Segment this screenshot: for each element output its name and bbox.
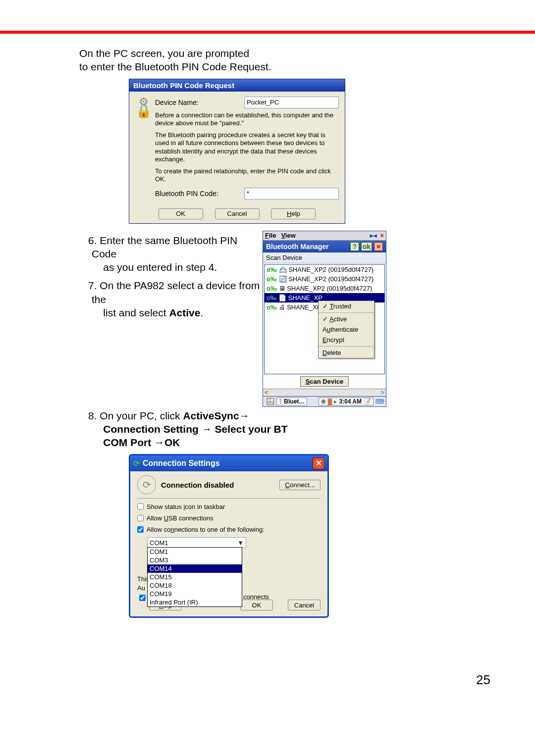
- step8: 8. On your PC, click ActiveSync→ Connect…: [79, 409, 505, 450]
- clock: 3:04 AM: [339, 398, 362, 405]
- com-option[interactable]: Infrared Port (IR): [148, 598, 242, 606]
- tray-icon: ⊕: [321, 398, 326, 405]
- bt-ok-button[interactable]: ok: [361, 242, 372, 251]
- behind-text-au: Au: [137, 584, 145, 592]
- list-item[interactable]: o‰ 📇 SHANE_XP2 (00195d0f4727): [265, 265, 384, 274]
- allow-usb-checkbox[interactable]: [137, 515, 144, 521]
- bluetooth-manager-window: File View ▸◂ × Bluetooth Manager ? ok ×: [263, 231, 386, 407]
- com-option-highlighted[interactable]: COM14: [148, 564, 242, 573]
- tray-arrow-icon: ▸: [334, 398, 337, 405]
- ctx-delete[interactable]: Delete: [319, 348, 374, 358]
- page-number: 25: [79, 672, 505, 688]
- bt-close-button[interactable]: ×: [374, 242, 383, 251]
- step7: 7. On the PA982 select a device from the…: [79, 279, 260, 319]
- bt-help-button[interactable]: ?: [350, 242, 359, 251]
- conn-cancel-button[interactable]: Cancel: [288, 600, 321, 610]
- com-option[interactable]: COM3: [148, 556, 242, 564]
- com-port-select[interactable]: COM1▼: [147, 537, 246, 548]
- connection-settings-title-bar: ⟳ Connection Settings ✕: [130, 455, 327, 471]
- pin-para-2: The Bluetooth pairing procedure creates …: [155, 131, 339, 163]
- connection-status-text: Connection disabled: [161, 481, 234, 489]
- scan-device-button[interactable]: Scan Device: [300, 376, 349, 387]
- connection-settings-dialog: ⟳ Connection Settings ✕ ⟳ Connection dis…: [129, 454, 329, 618]
- allow-usb-label: Allow USB connections: [147, 514, 213, 522]
- page-content: On the PC screen, you are prompted to en…: [0, 34, 535, 703]
- open-activesync-checkbox[interactable]: [139, 595, 146, 601]
- pin-help-button[interactable]: Help: [271, 208, 316, 219]
- ctx-active[interactable]: Active: [319, 314, 374, 324]
- conn-ok-button[interactable]: OK: [240, 600, 273, 610]
- allow-following-label: Allow connections to one of the followin…: [147, 526, 265, 533]
- list-item[interactable]: o‰ 🖥 SHANE_XP2 (00195d0f4727): [265, 284, 384, 293]
- bt-context-menu: Trusted Active Authenticate Encrypt Dele…: [318, 301, 374, 358]
- sync-status-icon: ⟳: [137, 475, 156, 494]
- pin-para-1: Before a connection can be established, …: [155, 111, 339, 128]
- com-port-dropdown-list: COM1 COM3 COM14 COM15 COM18 COM19 Infrar…: [147, 547, 242, 607]
- bt-menu-bar: File View ▸◂ ×: [263, 231, 386, 241]
- bt-menu-view[interactable]: View: [281, 232, 295, 239]
- intro-line1: On the PC screen, you are prompted: [79, 48, 249, 59]
- com-option[interactable]: COM15: [148, 573, 242, 581]
- network-icon: ▸◂: [370, 232, 377, 239]
- com-option[interactable]: COM19: [148, 590, 242, 598]
- sip-icon[interactable]: ⌨: [375, 398, 384, 405]
- com-option[interactable]: COM18: [148, 581, 242, 590]
- ctx-authenticate[interactable]: Authenticate: [319, 324, 374, 335]
- device-name-label: Device Name:: [155, 99, 244, 106]
- bt-subheader: Scan Device: [263, 252, 386, 263]
- activesync-icon: ⟳: [133, 459, 140, 468]
- bt-title-bar: Bluetooth Manager ? ok ×: [263, 241, 386, 252]
- pin-code-label: Bluetooth PIN Code:: [155, 190, 244, 198]
- behind-text-connects: connects: [243, 593, 269, 601]
- behind-checkbox: [137, 593, 147, 603]
- window-close-icon[interactable]: ×: [380, 232, 384, 239]
- list-item[interactable]: o‰ 🔄 SHANE_XP2 (00195d0f4727): [265, 274, 384, 284]
- taskbar-bluet-button[interactable]: ᛒ Bluet…: [276, 398, 307, 405]
- allow-following-checkbox[interactable]: [137, 526, 144, 533]
- bt-device-list[interactable]: o‰ 📇 SHANE_XP2 (00195d0f4727) o‰ 🔄 SHANE…: [264, 264, 385, 374]
- intro-text: On the PC screen, you are prompted to en…: [79, 47, 505, 74]
- bt-horizontal-scrollbar[interactable]: <>: [263, 389, 386, 396]
- intro-line2: to enter the Bluetooth PIN Code Request.: [79, 61, 271, 72]
- pin-para-3: To create the paired relationship, enter…: [155, 167, 339, 184]
- step6: 6. Enter the same Bluetooth PIN Code as …: [79, 234, 260, 274]
- device-name-field[interactable]: [244, 97, 339, 108]
- com-option[interactable]: COM1: [148, 548, 242, 556]
- ctx-trusted[interactable]: Trusted: [319, 301, 374, 311]
- pin-cancel-button[interactable]: Cancel: [215, 208, 260, 219]
- ctx-encrypt[interactable]: Encrypt: [319, 335, 374, 345]
- connection-close-button[interactable]: ✕: [313, 457, 324, 469]
- show-status-icon-label: Show status icon in taskbar: [147, 503, 225, 510]
- tray-icon: 📝: [364, 398, 371, 405]
- start-icon[interactable]: 🪟: [266, 398, 274, 405]
- bluetooth-pin-dialog: Bluetooth PIN Code Request ⚙🔒 Device Nam…: [129, 79, 345, 224]
- bt-menu-file[interactable]: File: [265, 232, 276, 239]
- pin-ok-button[interactable]: OK: [159, 208, 203, 219]
- connect-button[interactable]: Connect...: [279, 480, 321, 490]
- bt-taskbar: 🪟 ᛒ Bluet… ⊕ ▓ ▸ 3:04 AM 📝 ⌨: [263, 396, 386, 406]
- bluetooth-pin-title-bar: Bluetooth PIN Code Request: [129, 79, 345, 92]
- pin-code-field[interactable]: [244, 188, 339, 200]
- pin-lock-icon: ⚙🔒: [132, 97, 155, 202]
- tray-icon: ▓: [328, 398, 332, 405]
- show-status-icon-checkbox[interactable]: [137, 504, 144, 510]
- system-tray: ⊕ ▓ ▸ 3:04 AM 📝: [319, 398, 374, 405]
